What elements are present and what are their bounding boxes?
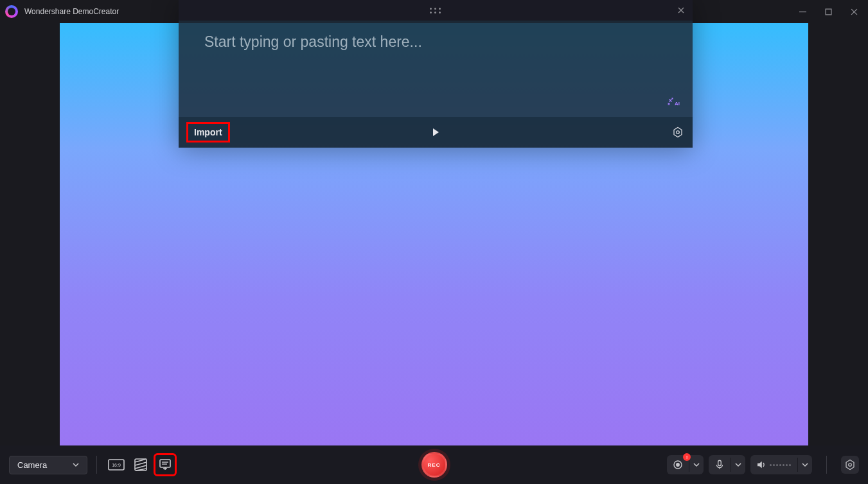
speaker-dropdown[interactable] [797,458,812,472]
camera-source-dropdown[interactable] [689,458,704,472]
svg-rect-1 [826,9,831,15]
chevron-down-icon [73,462,79,468]
recording-mode-label: Camera [17,460,47,470]
speaker-control [750,455,812,474]
close-button[interactable] [849,6,859,17]
svg-rect-17 [718,460,722,465]
record-label: REC [428,462,441,468]
maximize-button[interactable] [823,6,833,17]
microphone-button[interactable] [709,455,731,474]
camera-source-button[interactable]: ! [667,455,689,474]
teleprompter-panel: Start typing or pasting text here... AI … [179,0,693,148]
minimize-button[interactable] [797,6,808,17]
svg-marker-7 [674,128,682,137]
settings-button[interactable] [841,456,859,474]
recording-mode-select[interactable]: Camera [9,456,87,474]
svg-rect-12 [160,460,170,467]
teleprompter-footer: Import [179,117,693,148]
svg-point-8 [677,131,680,134]
svg-marker-18 [846,460,854,470]
background-effects-button[interactable] [130,454,151,475]
svg-text:16:9: 16:9 [112,463,121,467]
speaker-button[interactable] [750,455,797,474]
drag-dots-icon [430,8,441,13]
chevron-down-icon [693,462,700,468]
import-button[interactable]: Import [188,123,229,141]
svg-text:AI: AI [675,101,680,107]
divider [826,456,827,474]
gear-icon [844,459,856,471]
svg-point-19 [849,463,852,467]
svg-point-16 [677,463,680,467]
divider [96,456,97,474]
volume-level-dots [770,464,791,466]
chevron-down-icon [735,462,741,468]
teleprompter-text-area[interactable]: Start typing or pasting text here... AI [179,21,693,117]
teleprompter-button[interactable] [155,454,175,475]
microphone-icon [714,459,725,471]
teleprompter-settings-button[interactable] [672,126,684,138]
bottom-toolbar: Camera 16:9 REC ! [0,445,868,484]
app-title: Wondershare DemoCreator [24,7,119,16]
record-button[interactable]: REC [421,452,447,478]
chevron-down-icon [802,462,808,468]
aspect-ratio-button[interactable]: 16:9 [106,454,127,475]
panel-close-button[interactable] [676,5,686,15]
teleprompter-placeholder: Start typing or pasting text here... [204,33,667,51]
camera-icon [672,459,684,471]
panel-drag-handle[interactable] [179,0,693,21]
window-controls [797,6,863,17]
microphone-dropdown[interactable] [731,458,745,472]
camera-alert-badge: ! [683,453,691,461]
play-button[interactable] [429,126,442,139]
speaker-icon [756,459,767,471]
ai-enhance-button[interactable]: AI [667,98,681,108]
right-tool-group: ! [667,455,859,474]
camera-source-control: ! [667,455,704,474]
microphone-control [709,455,745,474]
app-logo-icon [5,5,18,18]
